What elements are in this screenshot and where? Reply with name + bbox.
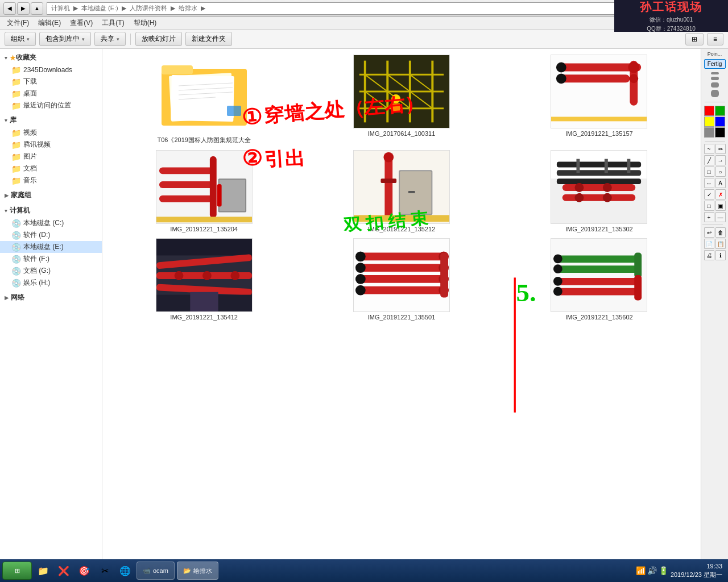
- back-button[interactable]: ◀: [3, 2, 16, 15]
- taskbar-icon-5[interactable]: 🌐: [116, 562, 134, 580]
- tray-network-icon[interactable]: 📶: [636, 566, 646, 575]
- sidebar-item-d[interactable]: 💿 软件 (D:): [0, 229, 102, 241]
- sidebar-item-documents[interactable]: 📁 文档: [0, 163, 102, 174]
- file-item-img5[interactable]: IMG_20191221_135302: [503, 150, 695, 232]
- tool-rect3[interactable]: ▣: [715, 201, 726, 211]
- path-segment-4[interactable]: 给排水: [179, 4, 197, 13]
- slideshow-button[interactable]: 放映幻灯片: [135, 32, 182, 46]
- view-details-button[interactable]: ≡: [707, 33, 723, 45]
- taskbar-explorer-icon[interactable]: 📁: [34, 562, 52, 580]
- tool-new[interactable]: 📄: [704, 239, 714, 249]
- color-green[interactable]: [715, 106, 725, 116]
- sidebar-item-recent[interactable]: 📁 最近访问的位置: [0, 99, 102, 111]
- sidebar-item-f[interactable]: 💿 软件 (F:): [0, 253, 102, 265]
- color-blue[interactable]: [715, 117, 725, 127]
- panel-separator-3: [702, 225, 723, 225]
- right-panel: Poin... Fertig ~ ✏ ╱: [701, 49, 728, 565]
- tray-volume-icon[interactable]: 🔊: [647, 566, 657, 575]
- tool-cross[interactable]: ✗: [715, 189, 726, 199]
- tool-check[interactable]: ✓: [704, 189, 714, 199]
- file-item-img6[interactable]: IMG_20191221_135412: [108, 238, 300, 321]
- taskbar-folder-button[interactable]: 📂 给排水: [177, 562, 218, 580]
- view-icons-button[interactable]: ⊞: [685, 33, 704, 45]
- folder-icon: 📁: [11, 65, 21, 74]
- sidebar-item-music[interactable]: 📁 音乐: [0, 174, 102, 186]
- size-xlarge[interactable]: [711, 90, 719, 97]
- path-segment-2[interactable]: 本地磁盘 (E:): [81, 4, 118, 13]
- sidebar-computer-header[interactable]: ▾ 计算机: [0, 204, 102, 217]
- sidebar-homegroup-header[interactable]: ▶ 家庭组: [0, 189, 102, 202]
- file-item-img8[interactable]: IMG_20191221_135602: [503, 238, 695, 321]
- sidebar-item-video[interactable]: 📁 视频: [0, 127, 102, 139]
- sidebar-item-c[interactable]: 💿 本地磁盘 (C:): [0, 217, 102, 229]
- sidebar-item-g[interactable]: 💿 文档 (G:): [0, 265, 102, 277]
- size-small[interactable]: [711, 72, 719, 74]
- taskbar-icon-2[interactable]: ❌: [55, 562, 73, 580]
- taskbar-icon-3[interactable]: 🎯: [75, 562, 93, 580]
- tool-line[interactable]: ╱: [704, 155, 714, 165]
- tool-delete[interactable]: 🗑: [715, 227, 726, 238]
- sidebar-library-header[interactable]: ▾ 库: [0, 114, 102, 127]
- size-medium[interactable]: [711, 77, 719, 80]
- tool-minus[interactable]: —: [715, 212, 726, 222]
- tool-rect[interactable]: □: [704, 167, 714, 177]
- tool-copy[interactable]: 📋: [715, 239, 726, 249]
- tool-arrow[interactable]: →: [715, 155, 726, 165]
- address-bar[interactable]: 计算机 ▶ 本地磁盘 (E:) ▶ 人防课件资料 ▶ 给排水 ▶: [47, 2, 697, 15]
- tool-double-arrow[interactable]: ↔: [704, 178, 714, 188]
- sidebar-item-pictures[interactable]: 📁 图片: [0, 151, 102, 163]
- file-item-img1[interactable]: IMG_20170614_100311: [305, 55, 497, 144]
- file-item-img2[interactable]: IMG_20191221_135157: [503, 55, 695, 144]
- color-yellow[interactable]: [704, 117, 714, 127]
- path-segment-1[interactable]: 计算机: [51, 4, 70, 13]
- new-folder-button[interactable]: 新建文件夹: [185, 32, 232, 46]
- taskbar-icon-4[interactable]: ✂: [96, 562, 114, 580]
- color-red[interactable]: [704, 106, 714, 116]
- svg-rect-94: [551, 239, 647, 311]
- tool-eraser[interactable]: ✏: [715, 144, 726, 154]
- tool-rect2[interactable]: □: [704, 201, 714, 211]
- sidebar-item-download2[interactable]: 📁 下载: [0, 76, 102, 88]
- sidebar-favorites-header[interactable]: ▾ ★ 收藏夹: [0, 51, 102, 64]
- sidebar-network-header[interactable]: ▶ 网络: [0, 291, 102, 304]
- menu-file[interactable]: 文件(F): [2, 17, 34, 29]
- sidebar: ▾ ★ 收藏夹 📁 2345Downloads 📁 下载 📁 桌面 📁 最近访问…: [0, 49, 102, 565]
- tool-info[interactable]: ℹ: [715, 250, 726, 260]
- menu-help[interactable]: 帮助(H): [129, 17, 162, 29]
- size-large[interactable]: [711, 82, 719, 88]
- file-item-img7[interactable]: IMG_20191221_135501: [305, 238, 497, 321]
- up-button[interactable]: ▲: [31, 2, 43, 15]
- svg-point-89: [355, 251, 366, 261]
- organize-button[interactable]: 组织 ▾: [5, 32, 36, 46]
- path-segment-3[interactable]: 人防课件资料: [130, 4, 167, 13]
- fertig-button[interactable]: Fertig: [704, 59, 726, 69]
- file-item-folder[interactable]: T06《2019国标人防图集规范大全: [108, 55, 300, 144]
- menu-tools[interactable]: 工具(T): [97, 17, 129, 29]
- sidebar-item-e[interactable]: 💿 本地磁盘 (E:): [0, 241, 102, 253]
- tool-print[interactable]: 🖨: [704, 250, 714, 260]
- forward-button[interactable]: ▶: [17, 2, 30, 15]
- sidebar-item-h[interactable]: 💿 娱乐 (H:): [0, 277, 102, 289]
- tool-plus[interactable]: +: [704, 212, 714, 222]
- tool-text[interactable]: A: [715, 178, 726, 188]
- file-item-img4[interactable]: IMG_20191221_135212: [305, 150, 497, 232]
- tray-datetime[interactable]: 19:33 2019/12/23 星期一: [671, 562, 722, 580]
- menu-edit[interactable]: 编辑(E): [34, 17, 65, 29]
- pictures-label: 图片: [23, 152, 37, 161]
- include-library-button[interactable]: 包含到库中 ▾: [39, 32, 91, 46]
- tool-ellipse[interactable]: ○: [715, 167, 726, 177]
- share-button[interactable]: 共享 ▾: [94, 32, 126, 46]
- svg-rect-52: [408, 191, 415, 193]
- sidebar-item-tencent-video[interactable]: 📁 腾讯视频: [0, 139, 102, 151]
- file-item-img3[interactable]: IMG_20191221_135204: [108, 150, 300, 232]
- color-black[interactable]: [715, 127, 725, 138]
- taskbar-ocam-button[interactable]: 📹 ocam: [136, 562, 175, 580]
- menu-view[interactable]: 查看(V): [65, 17, 97, 29]
- color-gray[interactable]: [704, 127, 714, 138]
- sidebar-item-downloads[interactable]: 📁 2345Downloads: [0, 64, 102, 76]
- sidebar-item-desktop[interactable]: 📁 桌面: [0, 88, 102, 99]
- start-button[interactable]: ⊞: [2, 562, 32, 580]
- tool-undo[interactable]: ↩: [704, 227, 714, 238]
- tool-curve[interactable]: ~: [704, 144, 714, 154]
- tray-battery-icon[interactable]: 🔋: [659, 566, 668, 575]
